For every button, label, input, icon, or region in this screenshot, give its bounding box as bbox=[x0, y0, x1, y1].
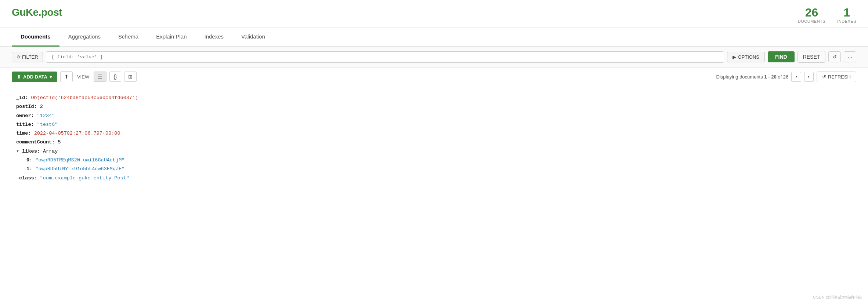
refresh-button[interactable]: ↺ REFRESH bbox=[817, 72, 856, 82]
owner-value: "1234" bbox=[37, 113, 55, 118]
add-data-chevron-icon: ▾ bbox=[50, 74, 52, 80]
find-button[interactable]: FIND bbox=[768, 51, 795, 62]
doc-time-field: time: 2022-04-05T02:27:06.797+00:00 bbox=[12, 129, 856, 138]
doc-likes-0-field: 0: "owpRD5TREqMS2W-uwi16GaUAcbjM" bbox=[12, 156, 856, 165]
likes-1-value: "owpRD5UiNYLx91o5bL4cw63EMqZE" bbox=[35, 166, 124, 172]
export-button[interactable]: ⬆ bbox=[60, 71, 73, 82]
indexes-stat: 1 INDEXES bbox=[837, 7, 856, 23]
add-data-button[interactable]: ⬆ ADD DATA ▾ bbox=[12, 72, 57, 82]
view-table-button[interactable]: ⊞ bbox=[124, 72, 137, 82]
postid-value: 2 bbox=[40, 104, 43, 109]
filter-bar: ⊙ FILTER ▶ OPTIONS FIND RESET ↺ ··· bbox=[0, 47, 868, 67]
tab-aggregations[interactable]: Aggregations bbox=[59, 28, 109, 47]
tab-indexes[interactable]: Indexes bbox=[196, 28, 233, 47]
history-button[interactable]: ↺ bbox=[828, 51, 841, 62]
time-value: 2022-04-05T02:27:06.797+00:00 bbox=[34, 131, 120, 136]
collapse-likes-icon[interactable]: ▾ bbox=[16, 149, 22, 154]
filter-icon: ⊙ bbox=[17, 54, 20, 59]
doc-owner-field: owner: "1234" bbox=[12, 112, 856, 120]
indexes-count: 1 bbox=[837, 7, 856, 18]
id-key: _id: bbox=[16, 95, 28, 101]
filter-input[interactable] bbox=[46, 51, 724, 63]
app-title: GuKe.post bbox=[12, 7, 62, 18]
display-text: Displaying documents bbox=[716, 74, 763, 80]
tab-explain-plan[interactable]: Explain Plan bbox=[147, 28, 195, 47]
tab-bar: Documents Aggregations Schema Explain Pl… bbox=[0, 28, 868, 47]
of-text: of bbox=[778, 74, 783, 80]
doc-class-field: _class: "com.example.guke.entity.Post" bbox=[12, 174, 856, 183]
tab-documents[interactable]: Documents bbox=[12, 28, 59, 47]
add-data-icon: ⬆ bbox=[17, 74, 21, 80]
next-page-button[interactable]: › bbox=[804, 72, 814, 82]
filter-label: FILTER bbox=[22, 54, 38, 60]
range-start: 1 bbox=[764, 74, 767, 80]
options-arrow-icon: ▶ bbox=[733, 54, 736, 60]
title-key: title: bbox=[16, 122, 34, 127]
reset-button[interactable]: RESET bbox=[798, 51, 826, 63]
add-data-label: ADD DATA bbox=[23, 74, 47, 80]
title-value: "test6" bbox=[37, 122, 58, 127]
header: GuKe.post 26 DOCUMENTS 1 INDEXES bbox=[0, 0, 868, 28]
more-options-button[interactable]: ··· bbox=[844, 51, 856, 62]
tab-validation[interactable]: Validation bbox=[232, 28, 274, 47]
likes-1-key: 1: bbox=[26, 166, 32, 172]
options-label: OPTIONS bbox=[738, 54, 759, 60]
toolbar-actions: ⬆ ADD DATA ▾ ⬆ VIEW ☰ {} ⊞ Displaying do… bbox=[0, 67, 868, 86]
time-key: time: bbox=[16, 131, 31, 136]
doc-title-field: title: "test6" bbox=[12, 120, 856, 129]
document-viewer: _id: ObjectId('624ba8fac54c560cb4fd6037'… bbox=[0, 86, 868, 190]
doc-commentcount-field: commentCount: 5 bbox=[12, 138, 856, 147]
indexes-label: INDEXES bbox=[837, 19, 856, 23]
view-json-button[interactable]: {} bbox=[109, 72, 121, 82]
likes-0-key: 0: bbox=[26, 157, 32, 163]
likes-0-value: "owpRD5TREqMS2W-uwi16GaUAcbjM" bbox=[35, 157, 124, 163]
doc-postid-field: postId: 2 bbox=[12, 102, 856, 111]
documents-stat: 26 DOCUMENTS bbox=[798, 7, 825, 23]
filter-button[interactable]: ⊙ FILTER bbox=[12, 52, 43, 62]
commentcount-value: 5 bbox=[58, 139, 61, 145]
documents-label: DOCUMENTS bbox=[798, 19, 825, 23]
stats-panel: 26 DOCUMENTS 1 INDEXES bbox=[798, 7, 856, 23]
prev-page-button[interactable]: ‹ bbox=[791, 72, 801, 82]
refresh-label: REFRESH bbox=[828, 74, 851, 80]
commentcount-key: commentCount: bbox=[16, 139, 55, 145]
owner-key: owner: bbox=[16, 113, 34, 118]
likes-type: Array bbox=[43, 149, 58, 154]
class-key: _class: bbox=[16, 175, 37, 181]
doc-likes-field: ▾ likes: Array bbox=[12, 147, 856, 156]
view-list-button[interactable]: ☰ bbox=[94, 72, 106, 82]
pagination-info: Displaying documents 1 - 20 of 26 bbox=[716, 74, 789, 80]
postid-key: postId: bbox=[16, 104, 37, 109]
tab-schema[interactable]: Schema bbox=[109, 28, 147, 47]
class-value: "com.example.guke.entity.Post" bbox=[40, 175, 129, 181]
view-label: VIEW bbox=[77, 74, 89, 80]
likes-key: likes: bbox=[22, 149, 40, 154]
documents-count: 26 bbox=[798, 7, 825, 18]
options-button[interactable]: ▶ OPTIONS bbox=[727, 52, 765, 62]
doc-likes-1-field: 1: "owpRD5UiNYLx91o5bL4cw63EMqZE" bbox=[12, 165, 856, 174]
refresh-icon: ↺ bbox=[822, 74, 826, 80]
total-count: 26 bbox=[783, 74, 788, 80]
id-value: ObjectId('624ba8fac54c560cb4fd6037') bbox=[31, 95, 138, 101]
range-end: 20 bbox=[771, 74, 776, 80]
doc-id-field: _id: ObjectId('624ba8fac54c560cb4fd6037'… bbox=[12, 94, 856, 102]
